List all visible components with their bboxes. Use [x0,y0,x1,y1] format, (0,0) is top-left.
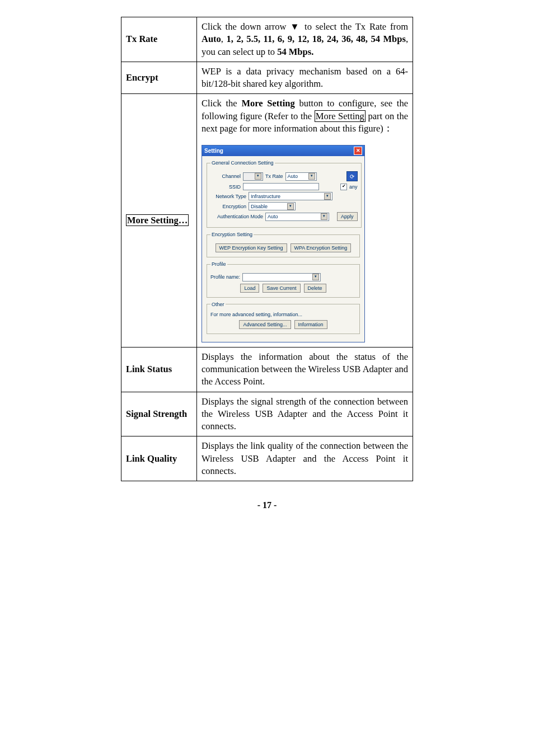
settings-table: Tx Rate Click the down arrow ▼ to select… [121,17,413,481]
apply-button[interactable]: Apply [337,212,358,221]
other-legend: Other [210,301,226,308]
encryption-setting-group: Encryption Setting WEP Encryption Key Se… [207,231,360,257]
other-group: Other For more advanced setting, informa… [207,301,360,334]
load-button[interactable]: Load [240,284,259,293]
close-icon[interactable]: ✕ [354,147,362,155]
general-connection-group: General Connection Setting Channel ▾ Tx … [207,159,362,228]
encrypt-desc: WEP is a data privacy mechanism based on… [197,62,413,94]
txrate-desc: Click the down arrow ▼ to select the Tx … [197,17,413,62]
setting-dialog: Setting ✕ General Connection Setting Cha… [202,145,365,342]
quality-label: Link Quality [121,436,197,481]
linkstatus-label: Link Status [121,347,197,392]
encrypt-label: Encrypt [121,62,197,94]
ssid-label: SSID [210,184,241,190]
dialog-titlebar: Setting ✕ [202,145,364,156]
signal-label: Signal Strength [121,392,197,436]
authmode-select[interactable]: Auto▾ [265,213,329,221]
profile-name-label: Profile name: [210,274,240,280]
general-connection-legend: General Connection Setting [210,159,275,166]
information-button[interactable]: Information [294,320,327,329]
save-current-button[interactable]: Save Current [263,284,300,293]
chevron-down-icon: ▾ [324,193,331,200]
moresetting-desc: Click the More Setting button to configu… [197,94,413,348]
encryption-setting-legend: Encryption Setting [210,231,254,238]
profile-name-select[interactable]: ▾ [242,273,321,281]
any-checkbox[interactable]: ✔ [340,184,347,190]
chevron-down-icon: ▾ [321,213,327,220]
moresetting-label: More Setting… [121,94,197,348]
linkstatus-desc: Displays the information about the statu… [197,347,413,392]
dialog-title: Setting [204,147,223,155]
chevron-down-icon: ▾ [255,173,261,180]
channel-select[interactable]: ▾ [243,172,263,181]
encryption-select[interactable]: Disable▾ [249,202,296,210]
chevron-down-icon: ▾ [287,203,294,210]
quality-desc: Displays the link quality of the connect… [197,436,413,481]
wep-key-button[interactable]: WEP Encryption Key Setting [216,243,287,252]
channel-label: Channel [210,173,241,180]
authmode-label: Authentication Mode [210,213,263,220]
txrate-mini-label: Tx Rate [265,173,283,180]
delete-button[interactable]: Delete [304,284,326,293]
chevron-down-icon: ▾ [312,274,319,280]
wpa-setting-button[interactable]: WPA Encryption Setting [291,243,352,252]
any-label: any [349,184,358,190]
txrate-select[interactable]: Auto▾ [285,172,317,181]
profile-group: Profile Profile name: ▾ Load Save Curren… [207,261,360,297]
nettype-label: Network Type [210,193,246,200]
other-text: For more advanced setting, information..… [210,311,356,318]
signal-desc: Displays the signal strength of the conn… [197,392,413,436]
page-number: - 17 - [121,500,413,510]
ssid-input[interactable] [243,183,319,190]
chevron-down-icon: ▾ [308,173,315,180]
profile-legend: Profile [210,261,227,267]
nettype-select[interactable]: Infrastructure▾ [249,192,332,200]
refresh-icon[interactable]: ⟳ [346,171,358,181]
advanced-setting-button[interactable]: Advanced Setting... [239,320,291,329]
encryption-label: Encryption [210,203,246,210]
txrate-label: Tx Rate [121,17,197,62]
